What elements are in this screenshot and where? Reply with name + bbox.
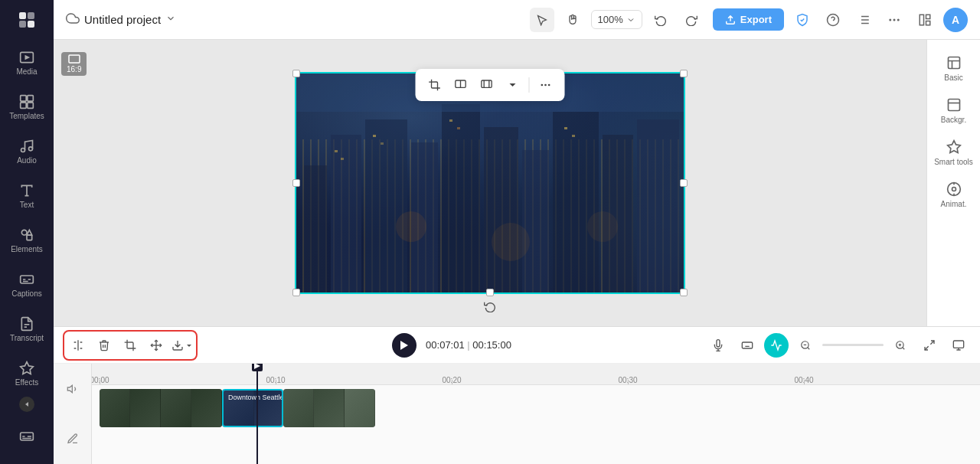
app-logo[interactable] (13, 6, 41, 34)
video-clip-2[interactable]: Downtown Seattle S (222, 389, 283, 427)
crop-btn[interactable] (118, 333, 142, 358)
handle-top-left[interactable] (292, 70, 300, 77)
templates-icon (19, 94, 34, 109)
download-btn[interactable] (170, 333, 194, 358)
timeline-area: 00:07:01 | 00:15:00 (54, 326, 980, 464)
right-panel-background[interactable]: Backgr. (930, 91, 978, 130)
track-control-edit[interactable] (54, 414, 91, 465)
handle-bottom-left[interactable] (292, 289, 300, 296)
animate-icon (946, 181, 962, 197)
toolbar-center: 100% (530, 8, 704, 32)
right-panel-basic[interactable]: Basic (930, 49, 978, 88)
handle-left-mid[interactable] (292, 179, 300, 187)
playhead[interactable] (256, 364, 258, 464)
zoom-control[interactable]: 100% (591, 10, 642, 29)
sidebar-item-transcript[interactable]: Transcript (4, 308, 50, 351)
handle-bottom-right[interactable] (680, 289, 688, 296)
captions-label: Captions (11, 289, 41, 298)
ruler-mark-0: 00:00 (92, 376, 109, 384)
tracks-main: 00:00 00:10 00:20 00:30 (92, 364, 980, 464)
svg-rect-53 (457, 127, 460, 129)
compare-tool-btn[interactable] (449, 74, 472, 96)
zoom-slider-track[interactable] (822, 344, 884, 346)
sidebar-item-media[interactable]: Media (4, 41, 50, 84)
svg-line-72 (808, 347, 810, 349)
video-clip-3[interactable] (283, 389, 375, 427)
delete-btn[interactable] (92, 333, 116, 358)
select-tool-btn[interactable] (530, 8, 554, 32)
layout-toggle-btn[interactable] (913, 8, 937, 32)
project-title[interactable]: Untitled project (84, 13, 161, 26)
transcript-icon (19, 316, 34, 332)
project-dropdown-icon[interactable] (165, 13, 176, 26)
shield-btn[interactable] (790, 8, 815, 32)
sidebar-item-elements[interactable]: Elements (4, 219, 50, 262)
video-canvas[interactable] (295, 72, 685, 294)
svg-rect-6 (28, 96, 34, 102)
fullscreen-btn[interactable] (946, 333, 971, 358)
zoom-in-btn[interactable] (888, 333, 913, 358)
sidebar-collapse-btn[interactable] (19, 397, 34, 412)
rotate-handle[interactable] (484, 300, 496, 315)
video-clip-1[interactable] (100, 389, 222, 427)
basic-icon (946, 55, 962, 70)
hand-tool-btn[interactable] (560, 8, 585, 32)
svg-point-11 (21, 230, 27, 235)
effects-label: Effects (15, 378, 38, 387)
smart-tools-icon (946, 139, 962, 155)
audio-wave-btn[interactable] (764, 333, 789, 358)
help-btn[interactable] (821, 8, 845, 32)
zoom-out-btn[interactable] (793, 333, 818, 358)
split-btn[interactable] (66, 333, 90, 358)
city-svg (296, 74, 684, 292)
elements-label: Elements (11, 245, 43, 253)
svg-line-75 (903, 347, 905, 349)
sidebar-item-audio[interactable]: Audio (4, 130, 50, 173)
media-icon (19, 50, 34, 65)
handle-right-mid[interactable] (680, 179, 688, 187)
layout-tool-btn[interactable] (475, 74, 498, 96)
float-toolbar (416, 69, 565, 101)
timeline-right (706, 333, 971, 358)
export-btn[interactable]: Export (713, 8, 784, 31)
top-toolbar: Untitled project 100% (54, 0, 980, 40)
handle-top-right[interactable] (680, 70, 688, 77)
svg-point-9 (21, 149, 25, 152)
sidebar-item-subtitles[interactable] (4, 415, 50, 458)
crop-tool-btn[interactable] (423, 74, 446, 96)
timeline-center: 00:07:01 | 00:15:00 (201, 333, 703, 358)
right-panel-animate[interactable]: Animat. (930, 175, 978, 214)
play-btn[interactable] (392, 333, 416, 358)
background-icon (946, 97, 962, 113)
expand-timeline-btn[interactable] (917, 333, 942, 358)
float-divider (529, 77, 530, 93)
handle-bottom-mid[interactable] (486, 289, 494, 296)
right-panel-smart-tools[interactable]: Smart tools (930, 133, 978, 172)
sidebar-item-effects[interactable]: Effects (4, 352, 50, 395)
mic-btn[interactable] (706, 333, 730, 358)
svg-marker-81 (67, 385, 72, 392)
sidebar-item-templates[interactable]: Templates (4, 86, 50, 129)
more-float-btn[interactable] (534, 74, 557, 96)
current-time-display: 00:07:01 | 00:15:00 (426, 339, 511, 351)
redo-btn[interactable] (679, 8, 704, 32)
svg-point-64 (952, 188, 956, 191)
svg-rect-60 (948, 57, 959, 69)
transform-btn[interactable] (144, 333, 168, 358)
user-initial: A (952, 14, 959, 26)
more-options-btn[interactable] (882, 8, 906, 32)
svg-point-37 (549, 84, 550, 85)
svg-rect-2 (19, 21, 26, 28)
svg-rect-39 (331, 135, 361, 292)
svg-rect-30 (926, 21, 930, 25)
user-avatar[interactable]: A (943, 8, 968, 32)
track-control-volume[interactable] (54, 364, 91, 414)
upgrade-btn[interactable] (851, 8, 876, 32)
layout-dropdown-btn[interactable] (501, 74, 524, 96)
undo-btn[interactable] (648, 8, 673, 32)
sidebar-item-captions[interactable]: Captions (4, 263, 50, 306)
keyboard-btn[interactable] (735, 333, 760, 358)
sidebar-item-text[interactable]: Text (4, 175, 50, 217)
svg-point-26 (893, 19, 895, 21)
svg-rect-70 (742, 342, 752, 348)
